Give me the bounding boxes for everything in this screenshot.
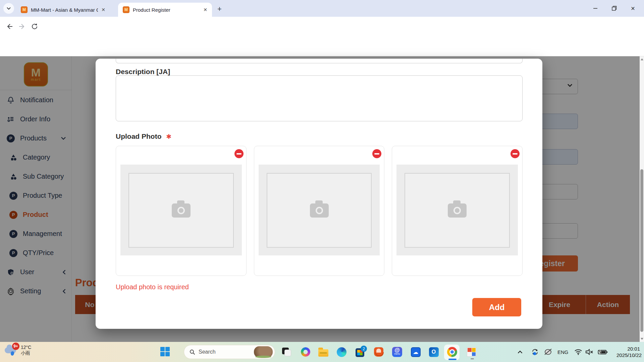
wifi-icon bbox=[574, 349, 582, 355]
minimize-icon bbox=[593, 6, 598, 11]
photo-upload-slot-1[interactable] bbox=[116, 146, 247, 276]
new-tab-button[interactable]: + bbox=[217, 5, 222, 13]
tiles-app-button[interactable] bbox=[466, 347, 477, 357]
add-button[interactable]: Add bbox=[472, 298, 521, 316]
photo-dropzone[interactable] bbox=[396, 165, 518, 255]
search-highlight-animal-image bbox=[254, 346, 273, 358]
photo-upload-slot-2[interactable] bbox=[254, 146, 385, 276]
back-icon bbox=[6, 23, 13, 30]
remove-photo-icon[interactable] bbox=[234, 149, 244, 158]
reload-button[interactable] bbox=[30, 21, 40, 32]
sync-icon bbox=[531, 348, 539, 356]
product-register-modal: Description [JA] Upload Photo✱ Upload ph… bbox=[96, 59, 542, 329]
tray-time: 20:01 bbox=[616, 346, 640, 352]
volume-mute-icon bbox=[585, 349, 594, 355]
photo-dropzone[interactable] bbox=[120, 165, 242, 255]
search-placeholder: Search bbox=[199, 349, 251, 355]
mouse-off-icon bbox=[543, 348, 553, 356]
tab-mm-mart[interactable]: M MM-Mart - Asian & Myanmar G ✕ bbox=[16, 3, 110, 17]
remove-photo-icon[interactable] bbox=[372, 149, 381, 158]
chrome-logo-icon bbox=[447, 347, 457, 357]
camera-icon bbox=[448, 203, 467, 218]
chevron-down-icon bbox=[7, 7, 11, 10]
scrollbar-down-arrow-icon[interactable] bbox=[641, 338, 643, 340]
photo-upload-row bbox=[116, 146, 523, 276]
weather-temperature: 12°C bbox=[21, 345, 31, 350]
at-menu-icon: @menu bbox=[392, 347, 402, 357]
outlook-icon: O bbox=[429, 347, 439, 357]
favicon-mmart-icon: M bbox=[21, 6, 28, 13]
favicon-mmart-icon: M bbox=[123, 6, 129, 13]
page-scrollbar[interactable] bbox=[640, 56, 644, 342]
clipped-input-bottom bbox=[116, 59, 523, 63]
upload-photo-label: Upload Photo✱ bbox=[116, 132, 171, 140]
scrollbar-up-arrow-icon[interactable] bbox=[641, 58, 643, 60]
upload-photo-label-text: Upload Photo bbox=[116, 132, 161, 140]
volume-mute-button[interactable] bbox=[585, 347, 594, 357]
description-ja-label: Description [JA] bbox=[116, 68, 170, 76]
forward-button[interactable] bbox=[17, 21, 27, 32]
outlook-button[interactable]: O bbox=[428, 347, 439, 357]
reload-icon bbox=[31, 23, 38, 30]
camera-icon bbox=[310, 203, 329, 218]
chevron-up-icon bbox=[518, 351, 523, 354]
file-explorer-button[interactable] bbox=[318, 347, 329, 357]
weather-condition: 小雨 bbox=[21, 350, 31, 356]
windows-taskbar: 9+ 12°C 小雨 Search 2 @menu ☁ O bbox=[0, 342, 644, 362]
photo-dropzone[interactable] bbox=[259, 165, 380, 255]
required-asterisk: ✱ bbox=[166, 133, 171, 140]
battery-button[interactable] bbox=[598, 347, 608, 357]
tab-title: MM-Mart - Asian & Myanmar G bbox=[31, 7, 98, 13]
microsoft-store-icon: 2 bbox=[356, 348, 364, 357]
chrome-infobar: Google Chrome を既定のブラウザに設定して、タスクバーに固定する デ… bbox=[0, 36, 644, 56]
tray-date: 2025/10/22 bbox=[616, 352, 640, 358]
running-app-indicator bbox=[471, 358, 474, 359]
edge-button[interactable] bbox=[336, 347, 347, 357]
tab-close-icon[interactable]: ✕ bbox=[101, 7, 105, 12]
notification-count-badge: 9+ bbox=[12, 343, 19, 350]
at-glyph: @ bbox=[394, 348, 400, 352]
cloud-app-button[interactable]: ☁ bbox=[410, 347, 421, 357]
tray-expand-button[interactable] bbox=[518, 347, 523, 357]
tab-product-register[interactable]: M Product Register ✕ bbox=[118, 3, 212, 17]
clock[interactable]: 20:01 2025/10/22 bbox=[616, 346, 640, 358]
support-app-button[interactable] bbox=[373, 347, 384, 357]
window-close-button[interactable]: ✕ bbox=[624, 0, 642, 17]
tab-title: Product Register bbox=[133, 7, 200, 13]
start-button[interactable] bbox=[160, 347, 170, 357]
back-button[interactable] bbox=[5, 21, 15, 32]
browser-tab-strip: M MM-Mart - Asian & Myanmar G ✕ M Produc… bbox=[0, 0, 644, 17]
active-app-indicator bbox=[448, 359, 457, 360]
language-indicator[interactable]: ENG bbox=[557, 347, 569, 357]
tiles-app-icon bbox=[467, 347, 476, 357]
camera-icon bbox=[172, 203, 191, 218]
window-minimize-button[interactable] bbox=[586, 0, 605, 17]
touchpad-disabled-button[interactable] bbox=[543, 347, 553, 357]
copilot-icon bbox=[301, 347, 310, 357]
scrollbar-thumb[interactable] bbox=[640, 169, 643, 332]
weather-widget[interactable]: 9+ 12°C 小雨 bbox=[5, 345, 31, 356]
copilot-button[interactable] bbox=[300, 347, 311, 357]
wifi-button[interactable] bbox=[574, 347, 582, 357]
description-ja-textarea[interactable] bbox=[116, 75, 523, 121]
microsoft-store-button[interactable]: 2 bbox=[355, 347, 365, 357]
task-view-button[interactable] bbox=[281, 347, 292, 357]
battery-charging-icon bbox=[598, 349, 608, 355]
tab-search-chevron-button[interactable] bbox=[3, 3, 14, 14]
weather-rain-icon: 9+ bbox=[5, 345, 18, 356]
at-menu-app-button[interactable]: @menu bbox=[392, 347, 402, 357]
sync-status-button[interactable] bbox=[531, 347, 539, 357]
chrome-taskbar-button[interactable] bbox=[447, 347, 458, 357]
cloud-app-icon: ☁ bbox=[411, 347, 421, 357]
edge-icon bbox=[337, 347, 346, 357]
window-maximize-button[interactable] bbox=[605, 0, 624, 17]
taskbar-search-box[interactable]: Search bbox=[184, 345, 275, 359]
tab-close-icon[interactable]: ✕ bbox=[203, 7, 207, 12]
photo-upload-slot-3[interactable] bbox=[392, 146, 523, 276]
browser-toolbar: mmmart.jp/admin/productregister ☆ ⋮ bbox=[0, 17, 644, 36]
at-menu-label: menu bbox=[394, 352, 400, 356]
upload-required-error: Upload photo is required bbox=[116, 283, 189, 291]
store-count-badge: 2 bbox=[361, 346, 367, 352]
remove-photo-icon[interactable] bbox=[511, 149, 520, 158]
forward-icon bbox=[18, 23, 25, 30]
